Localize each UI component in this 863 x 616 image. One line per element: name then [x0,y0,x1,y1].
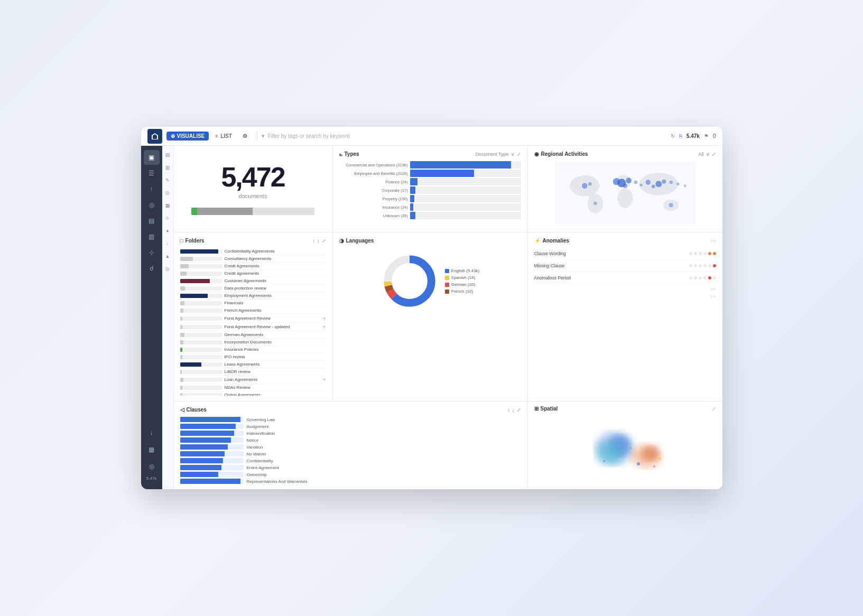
secondary-icon-2[interactable]: ▥ [163,163,172,172]
settings-button[interactable]: ⚙ [238,132,252,141]
anomalies-chevron2[interactable]: >> [534,286,716,292]
regional-expand[interactable]: ⤢ [712,152,716,157]
filter-icon: ▼ [261,133,266,139]
types-dropdown-arrow[interactable]: ∨ [511,152,515,157]
folder-row[interactable]: German Agreements [180,331,326,339]
types-title-text: Types [345,151,359,157]
folder-bar [180,333,222,337]
folder-row[interactable]: Incorporation Documents [180,339,326,346]
folder-bar [180,393,222,396]
sidebar-item-analytics[interactable]: ⊹ [144,245,160,260]
clauses-expand[interactable]: ⤢ [517,407,521,413]
folder-row[interactable]: Fund Agreement Review - updated + [180,323,326,331]
regional-filter[interactable]: All [698,152,703,157]
bar-label: Insurance (24) [339,205,408,210]
clause-name: No Waiver [247,452,266,456]
folder-row[interactable]: Insurance Policies [180,346,326,353]
sidebar-item-list[interactable]: ☰ [144,166,160,181]
anomaly-dot [694,252,697,255]
svg-point-36 [658,457,661,460]
secondary-icon-6[interactable]: ⊹ [163,213,172,223]
types-bar-row: Corporate (17) [339,186,521,194]
sidebar-item-search[interactable]: ◎ [144,198,160,212]
regional-panel-header: ◉ Regional Activities All ∨ ⤢ [534,151,716,157]
doc-count-icon: ⎘ [679,133,682,139]
folder-row[interactable]: French Agreements [180,307,326,314]
clauses-sort1[interactable]: ↕ [508,407,511,413]
regional-filter-arrow[interactable]: ∨ [706,152,710,157]
folder-plus[interactable]: + [323,324,326,330]
types-bar-row: Finance (24) [339,178,521,185]
sidebar-item-settings2[interactable]: ▦ [144,442,160,457]
folders-sort1[interactable]: ↕ [313,238,315,244]
folder-row[interactable]: LIBOR review [180,368,326,376]
svg-point-16 [676,183,679,185]
sidebar-item-home[interactable]: ▣ [144,150,160,165]
sidebar-item-grid[interactable]: ▥ [144,229,160,244]
svg-point-35 [653,465,655,468]
donut-chart [381,252,439,310]
secondary-icon-3[interactable]: ✎ [163,175,172,185]
anomalies-chevron3[interactable]: >> [534,294,716,299]
list-button[interactable]: ≡ LIST [211,132,236,141]
folder-row[interactable]: Confidentiality Agreements [180,248,326,255]
anomalies-chevron[interactable]: >> [710,238,716,244]
anomaly-row: Missing Clause [534,260,716,272]
clause-row: Notice [180,437,521,443]
doc-count: 5.47k [686,133,700,139]
folder-row[interactable]: Fund Agreement Review + [180,314,326,323]
folder-row[interactable]: Option Agreements [180,391,326,396]
gear-icon: ⚙ [243,133,247,139]
folder-bar-fill [180,294,208,298]
folder-row[interactable]: Customer Agreements [180,277,326,285]
sidebar-item-docs[interactable]: ▤ [144,213,160,228]
secondary-icon-5[interactable]: ▦ [163,201,172,210]
secondary-icon-8[interactable]: ↓ [163,239,172,248]
folder-name: Employment Agreements [225,293,326,298]
folder-row[interactable]: Lease Agreements [180,361,326,368]
types-bar-row: Employee and Benefits (2020) [339,170,521,177]
folder-row[interactable]: Loan Agreements + [180,376,326,384]
refresh-icon[interactable]: ↻ [671,133,675,139]
folder-row[interactable]: Financials [180,300,326,307]
types-controls: Document Type ∨ ⤢ [476,152,521,157]
sidebar-item-download[interactable]: ↓ [144,425,160,440]
folder-name: Fund Agreement Review [225,316,321,321]
anomaly-dot [689,276,692,279]
clause-bar [180,451,244,456]
secondary-icon-4[interactable]: ◎ [163,188,172,198]
clause-name: Entire Agreement [247,465,280,470]
folder-row[interactable]: Credit Agreements [180,263,326,270]
folders-sort2[interactable]: ↨ [317,238,320,244]
folder-plus[interactable]: + [323,377,326,382]
folder-row[interactable]: Consultancy Agreements [180,255,326,263]
secondary-icon-9[interactable]: ▲ [163,251,172,261]
folder-bar-fill [180,264,189,268]
folder-row[interactable]: Credit agreements [180,270,326,277]
types-expand[interactable]: ⤢ [517,152,521,157]
folder-name: Fund Agreement Review - updated [225,324,321,329]
spatial-title: ⊞ Spatial [534,406,558,412]
app-logo [147,129,162,144]
types-dropdown[interactable]: Document Type [476,152,509,157]
secondary-icon-1[interactable]: ▤ [163,150,172,160]
folders-expand[interactable]: ⤢ [322,238,326,244]
folder-row[interactable]: NDAs Review [180,384,326,391]
secondary-icon-10[interactable]: ◎ [163,264,172,274]
clauses-sort2[interactable]: ↨ [512,407,515,413]
folder-row[interactable]: Employment Agreements [180,292,326,300]
sidebar-item-upload[interactable]: ↑ [144,182,160,197]
sidebar-item-profile[interactable]: ◎ [144,459,160,474]
secondary-icon-7[interactable]: ♦ [163,226,172,236]
folder-row[interactable]: Data protection review [180,285,326,292]
languages-header: ◑ Languages [339,238,521,244]
clause-name: Governing Law [247,417,275,422]
clause-row: Governing Law [180,417,521,422]
list-label: LIST [220,133,232,139]
folder-row[interactable]: IPO review [180,353,326,361]
spatial-viz [578,419,673,482]
folder-plus[interactable]: + [323,315,326,321]
sidebar-item-connect[interactable]: ☌ [144,261,160,276]
spatial-expand[interactable]: ⤢ [712,406,716,412]
visualise-button[interactable]: ⊕ VISUALISE [166,132,209,141]
